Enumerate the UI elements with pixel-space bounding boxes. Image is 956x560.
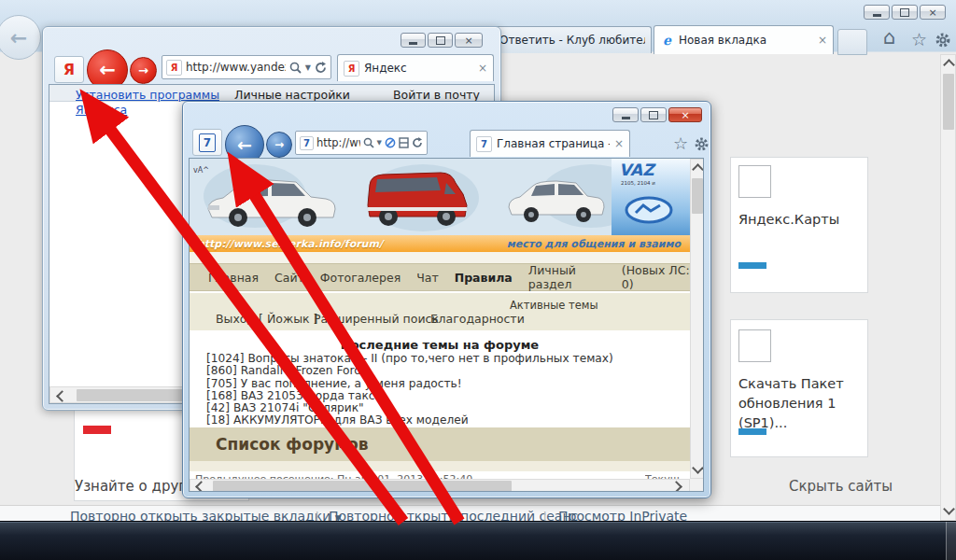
site-tile-sp1[interactable]: Скачать Пакет обновления 1 (SP1)... bbox=[730, 319, 868, 457]
search-icon[interactable] bbox=[289, 62, 302, 74]
scroll-left-icon[interactable] bbox=[56, 390, 68, 402]
scroll-up-icon[interactable] bbox=[692, 163, 704, 175]
menu-item-rules[interactable]: Правила bbox=[455, 271, 513, 285]
yandex-logo-icon: Я bbox=[63, 61, 75, 78]
menu-item-chat[interactable]: Чат bbox=[416, 271, 439, 285]
menu-item-gallery[interactable]: Фотогалерея bbox=[320, 271, 401, 285]
topic-link[interactable]: [705] У вас пополнение, а у меня радость… bbox=[206, 378, 678, 390]
topic-link[interactable]: [1024] Вопросы знатокам - II (про то,чег… bbox=[206, 353, 678, 365]
forum-submenu-bar: Активные темы Выход [ Йожык ] Расширенны… bbox=[190, 293, 690, 330]
yw-tab-yandex[interactable]: Я Яндекс × bbox=[337, 54, 494, 81]
tab-label: Главная страница - Кл... bbox=[497, 137, 610, 150]
fw-minimize-button[interactable] bbox=[612, 107, 639, 122]
bg-minimize-button[interactable] bbox=[864, 5, 890, 20]
fw-vertical-scrollbar[interactable] bbox=[690, 159, 704, 479]
topic-link[interactable]: [18] АККУМУЛЯТОРЫ для ВАЗ всех моделей bbox=[206, 414, 678, 427]
page-gap bbox=[190, 252, 690, 263]
banner-orange-strip: http://www.semerka.info/forum/ место для… bbox=[190, 235, 690, 252]
personal-settings-link[interactable]: Личные настройки bbox=[234, 88, 350, 102]
back-arrow-icon: ← bbox=[10, 26, 27, 49]
vaz-subtext: 2105, 2104 и bbox=[621, 180, 655, 186]
restore-icon bbox=[436, 36, 445, 45]
topic-link[interactable]: [168] ВАЗ 21053 морда такси bbox=[206, 390, 678, 402]
fw-tab-main[interactable]: 7 Главная страница - Кл... × bbox=[470, 130, 630, 157]
url-text: http://www.yandex.ru bbox=[186, 61, 286, 74]
active-topics-link[interactable]: Активные темы bbox=[510, 299, 598, 312]
yandex-favicon: Я bbox=[166, 60, 182, 76]
yandex-logo-button[interactable]: Я bbox=[54, 56, 84, 83]
semerka-logo-button[interactable]: 7 bbox=[192, 129, 222, 156]
yw-forward-button[interactable]: → bbox=[130, 57, 157, 84]
minimize-icon bbox=[622, 117, 630, 119]
bg-newtab-stub[interactable] bbox=[837, 29, 867, 55]
logout-link[interactable]: Выход [ Йожык ] bbox=[216, 312, 318, 326]
scroll-left-icon[interactable] bbox=[195, 481, 207, 492]
vaz-logo-block: VAZ 2105, 2104 и bbox=[612, 159, 690, 235]
tab-close-icon[interactable]: × bbox=[614, 138, 624, 149]
fw-restore-button[interactable] bbox=[640, 107, 667, 122]
tab-close-icon[interactable]: × bbox=[478, 63, 487, 74]
vaz-text: VAZ bbox=[619, 161, 654, 179]
bg-tab-newtab[interactable]: e Новая вкладка × bbox=[654, 25, 834, 54]
tab-label: Ответить - Клуб любителей к... bbox=[499, 34, 645, 47]
lada-oval-icon bbox=[625, 196, 673, 224]
scroll-right-icon[interactable] bbox=[670, 481, 682, 492]
ie-favicon: e bbox=[660, 34, 674, 48]
fw-horizontal-scrollbar[interactable] bbox=[190, 479, 690, 492]
minimize-icon bbox=[873, 14, 881, 17]
forum-menu-bar: Главная Сайт Фотогалерея Чат Правила Лич… bbox=[190, 263, 690, 291]
menu-item-site[interactable]: Сайт bbox=[274, 271, 304, 285]
show-desktop-button[interactable] bbox=[946, 522, 956, 560]
caret-down-icon[interactable]: ▼ bbox=[377, 139, 382, 147]
thanks-link[interactable]: Благодарности bbox=[430, 312, 525, 326]
close-icon: × bbox=[464, 35, 472, 47]
login-mail-link[interactable]: Войти в почту bbox=[393, 88, 480, 102]
scroll-down-icon[interactable] bbox=[692, 462, 704, 474]
yw-address-bar[interactable]: Я http://www.yandex.ru ▼ bbox=[162, 55, 331, 79]
tile-label: Яндекс.Карты bbox=[738, 212, 839, 227]
bg-back-button[interactable]: ← bbox=[0, 15, 41, 60]
fw-forward-button[interactable]: → bbox=[266, 132, 292, 158]
bg-tab-reply[interactable]: Ответить - Клуб любителей к... bbox=[493, 26, 652, 53]
topic-link[interactable]: [42] ВАЗ 21074i "Солярик" bbox=[206, 402, 678, 414]
bg-vertical-scrollbar[interactable] bbox=[940, 54, 956, 521]
scrollbar-thumb[interactable] bbox=[213, 481, 512, 492]
topic-link[interactable]: [860] Randall's Frozen Ford bbox=[206, 365, 678, 377]
back-arrow-icon: ← bbox=[99, 59, 116, 81]
scrollbar-thumb[interactable] bbox=[692, 178, 703, 214]
tools-gear-icon[interactable] bbox=[694, 136, 710, 156]
back-arrow-icon: ← bbox=[237, 134, 252, 155]
menu-item-personal[interactable]: Личный раздел bbox=[528, 263, 606, 291]
taskbar: e S bbox=[0, 521, 956, 560]
yw-minimize-button[interactable] bbox=[401, 33, 426, 48]
band-footer-strip bbox=[190, 461, 690, 471]
compatibility-view-icon[interactable] bbox=[399, 137, 409, 148]
fw-close-button[interactable]: × bbox=[668, 107, 702, 122]
site-tile-yandex-maps[interactable]: Яндекс.Карты bbox=[730, 157, 868, 293]
forum-list-title: Список форумов bbox=[216, 435, 368, 454]
yw-restore-button[interactable] bbox=[428, 33, 453, 48]
forum-window[interactable]: × 7 ← → 7 http://www.se... ▼ 7 Главная с… bbox=[182, 101, 711, 498]
search-icon[interactable] bbox=[363, 137, 374, 148]
refresh-icon[interactable] bbox=[315, 62, 327, 74]
scroll-up-icon[interactable] bbox=[943, 59, 955, 71]
tab-close-icon[interactable]: × bbox=[818, 35, 827, 46]
caret-down-icon[interactable]: ▼ bbox=[305, 63, 311, 72]
bg-close-button[interactable]: × bbox=[920, 5, 946, 20]
hide-sites-link[interactable]: Скрыть сайты bbox=[789, 478, 893, 495]
fw-address-bar[interactable]: 7 http://www.se... ▼ bbox=[295, 131, 428, 155]
home-icon[interactable]: ⌂ bbox=[883, 26, 895, 49]
stop-icon[interactable] bbox=[385, 137, 396, 148]
favorites-star-icon[interactable]: ☆ bbox=[673, 133, 688, 153]
yw-close-button[interactable]: × bbox=[455, 33, 483, 48]
desktop: × ← Ответить - Клуб любителей к... e Нов… bbox=[0, 0, 956, 560]
menu-item-home[interactable]: Главная bbox=[208, 271, 259, 285]
scrollbar-thumb[interactable] bbox=[943, 74, 954, 130]
refresh-icon[interactable] bbox=[412, 137, 423, 148]
scroll-down-icon[interactable] bbox=[943, 503, 955, 515]
tools-gear-icon[interactable] bbox=[935, 32, 951, 52]
favorites-star-icon[interactable]: ☆ bbox=[911, 29, 927, 49]
advanced-search-link[interactable]: Расширенный поиск bbox=[314, 312, 439, 326]
minimize-icon bbox=[409, 42, 417, 45]
bg-restore-button[interactable] bbox=[892, 5, 918, 20]
